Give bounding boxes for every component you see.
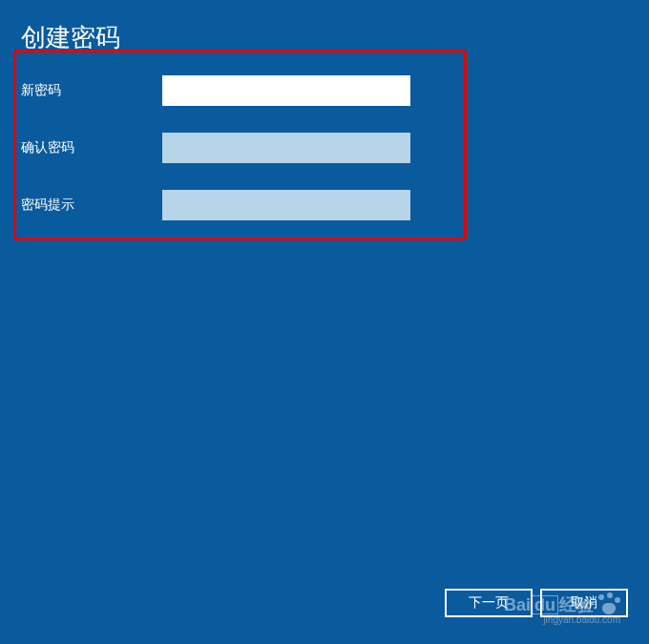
new-password-input[interactable] [162, 75, 410, 106]
confirm-password-label: 确认密码 [21, 139, 162, 156]
password-hint-row: 密码提示 [21, 190, 649, 220]
password-hint-input[interactable] [162, 190, 410, 220]
footer-buttons: 下一页 取消 [445, 589, 628, 617]
password-hint-label: 密码提示 [21, 197, 162, 214]
password-form: 新密码 确认密码 密码提示 [0, 75, 649, 220]
confirm-password-input[interactable] [162, 133, 410, 163]
new-password-label: 新密码 [21, 82, 162, 99]
new-password-row: 新密码 [21, 75, 649, 106]
page-title: 创建密码 [0, 0, 649, 54]
confirm-password-row: 确认密码 [21, 133, 649, 163]
cancel-button[interactable]: 取消 [540, 589, 628, 617]
next-button[interactable]: 下一页 [445, 589, 533, 617]
